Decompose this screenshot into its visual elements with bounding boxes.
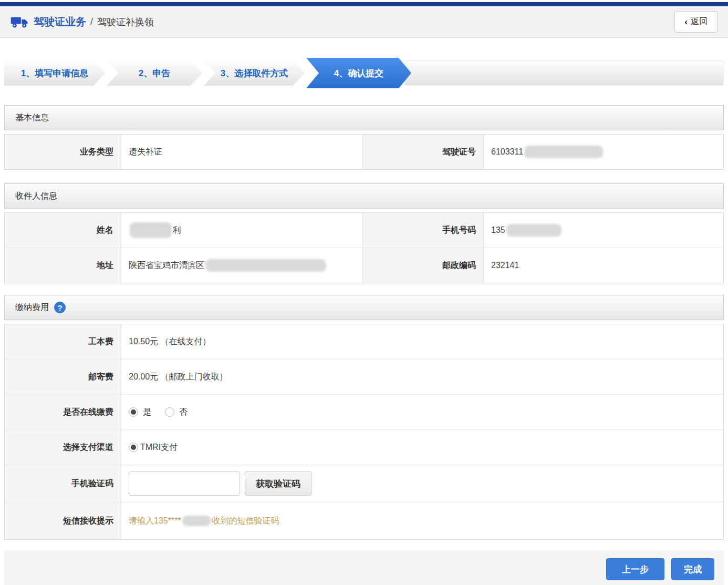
step-3-pickup-method[interactable]: 3、选择取件方式 (204, 60, 305, 86)
page-header: 驾驶证业务 / 驾驶证补换领 ‹ 返回 (0, 6, 728, 38)
production-fee-label: 工本费 (5, 324, 121, 359)
radio-online-payment-no[interactable] (165, 407, 174, 417)
finish-button[interactable]: 完成 (671, 558, 714, 580)
license-number-redaction (524, 146, 603, 158)
online-payment-label: 是否在线缴费 (5, 395, 121, 429)
sms-hint-redaction (182, 516, 211, 526)
mailing-fee-label: 邮寄费 (5, 360, 121, 394)
online-payment-options: 是 否 (121, 395, 723, 429)
section-fees-title: 缴纳费用 (15, 302, 49, 313)
phone-redaction (506, 224, 561, 237)
address-value: 陕西省宝鸡市渭滨区 (121, 248, 363, 283)
postal-code-value: 232141 (484, 248, 723, 283)
payment-channel-label: 选择支付渠道 (5, 430, 121, 465)
page-title-primary: 驾驶证业务 (34, 15, 86, 29)
step-4-label: 4、确认提交 (334, 67, 383, 79)
sms-hint-text-suffix: 收到的短信验证码 (212, 516, 279, 527)
table-row: 短信接收提示 请输入135**** 收到的短信验证码 (5, 502, 723, 539)
section-basic-info-title: 基本信息 (15, 112, 49, 124)
business-type-label: 业务类型 (5, 135, 121, 169)
phone-label: 手机号码 (363, 213, 484, 248)
name-visible: 利 (173, 225, 181, 236)
back-chevron-icon: ‹ (684, 17, 688, 27)
table-row: 邮寄费 20.00元 （邮政上门收取） (5, 359, 723, 394)
table-row: 姓名 利 手机号码 135 (5, 213, 723, 248)
previous-step-button[interactable]: 上一步 (606, 558, 664, 580)
fees-table: 工本费 10.50元 （在线支付） 邮寄费 20.00元 （邮政上门收取） 是否… (4, 324, 724, 540)
phone-value: 135 (484, 213, 723, 248)
verification-code-row: 获取验证码 (121, 465, 723, 502)
footer-action-bar: 上一步 完成 (4, 550, 724, 585)
table-row: 选择支付渠道 TMRI支付 (5, 429, 723, 465)
back-button[interactable]: ‹ 返回 (674, 11, 717, 33)
step-indicator: 1、填写申请信息 2、申告 3、选择取件方式 4、确认提交 (4, 58, 724, 88)
production-fee-value: 10.50元 （在线支付） (121, 324, 723, 359)
basic-info-table: 业务类型 遗失补证 驾驶证号 6103311 (4, 134, 724, 170)
license-number-label: 驾驶证号 (363, 135, 484, 169)
radio-yes-label: 是 (143, 407, 151, 418)
question-mark-icon[interactable]: ? (54, 302, 66, 313)
sms-hint-label: 短信接收提示 (5, 502, 121, 539)
page: 驾驶证业务 / 驾驶证补换领 ‹ 返回 1、填写申请信息 2、申告 3、选择取件… (0, 2, 728, 585)
section-basic-info-header: 基本信息 (4, 105, 724, 130)
phone-visible: 135 (491, 225, 505, 235)
step-1-label: 1、填写申请信息 (21, 67, 88, 79)
name-value: 利 (121, 213, 363, 248)
address-redaction (205, 259, 326, 272)
top-accent-bar (0, 2, 728, 6)
radio-online-payment-yes[interactable] (129, 407, 138, 417)
recipient-info-table: 姓名 利 手机号码 135 地址 陕西省宝鸡市渭滨区 邮政编码 232141 (4, 212, 724, 283)
get-verification-code-button[interactable]: 获取验证码 (245, 471, 311, 496)
title-separator: / (90, 16, 93, 27)
section-fees-header: 缴纳费用 ? (4, 295, 724, 320)
step-3-label: 3、选择取件方式 (221, 67, 288, 79)
step-4-confirm-submit[interactable]: 4、确认提交 (306, 58, 411, 88)
license-number-visible: 6103311 (491, 147, 523, 157)
table-row: 手机验证码 获取验证码 (5, 465, 723, 502)
back-button-label: 返回 (691, 16, 708, 27)
verification-code-input[interactable] (129, 471, 240, 496)
steps-tail-bar (404, 60, 724, 86)
radio-tmri-label: TMRI支付 (140, 442, 178, 453)
name-label: 姓名 (5, 213, 121, 248)
page-title-secondary: 驾驶证补换领 (97, 16, 154, 28)
address-label: 地址 (5, 248, 121, 283)
table-row: 工本费 10.50元 （在线支付） (5, 324, 723, 359)
radio-no-label: 否 (179, 407, 188, 418)
step-2-label: 2、申告 (139, 67, 170, 79)
section-recipient-info-title: 收件人信息 (15, 191, 57, 202)
table-row: 是否在线缴费 是 否 (5, 394, 723, 429)
postal-code-label: 邮政编码 (363, 248, 484, 283)
table-row: 地址 陕西省宝鸡市渭滨区 邮政编码 232141 (5, 248, 723, 283)
verification-code-label: 手机验证码 (5, 465, 121, 502)
name-redaction (130, 222, 172, 238)
sms-hint-text-prefix: 请输入135**** (129, 516, 181, 527)
payment-channel-options: TMRI支付 (121, 430, 723, 465)
table-row: 业务类型 遗失补证 驾驶证号 6103311 (5, 135, 723, 169)
address-visible: 陕西省宝鸡市渭滨区 (129, 260, 204, 271)
radio-tmri-payment[interactable] (129, 443, 138, 452)
sms-hint-value: 请输入135**** 收到的短信验证码 (121, 502, 723, 539)
section-recipient-info-header: 收件人信息 (4, 183, 724, 209)
step-2-declaration[interactable]: 2、申告 (107, 60, 202, 86)
truck-icon (11, 15, 28, 29)
license-number-value: 6103311 (484, 135, 723, 169)
business-type-value: 遗失补证 (121, 135, 363, 169)
mailing-fee-value: 20.00元 （邮政上门收取） (121, 360, 723, 394)
step-1-fill-application[interactable]: 1、填写申请信息 (4, 60, 105, 86)
